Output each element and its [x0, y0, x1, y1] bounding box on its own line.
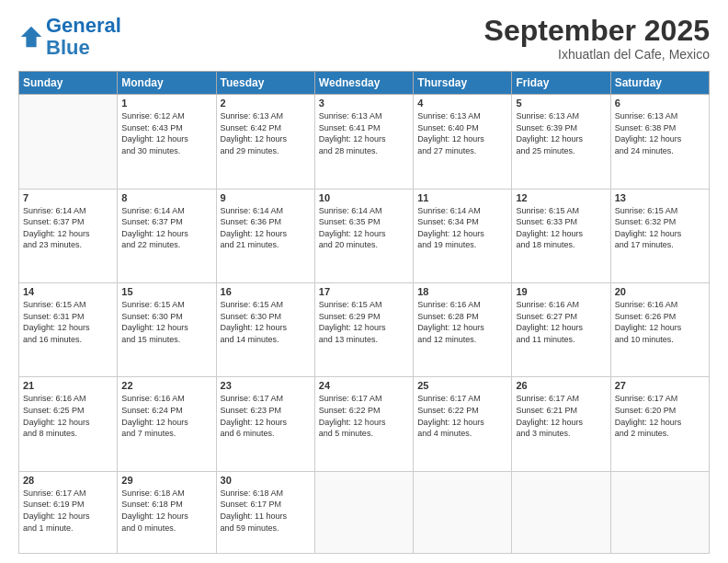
- day-info: Sunrise: 6:17 AM Sunset: 6:21 PM Dayligh…: [516, 393, 606, 439]
- logo-icon: [18, 24, 44, 50]
- day-info: Sunrise: 6:15 AM Sunset: 6:32 PM Dayligh…: [615, 205, 705, 251]
- logo-text: General Blue: [46, 15, 121, 59]
- day-number: 16: [221, 286, 311, 297]
- day-number: 11: [417, 192, 507, 203]
- weekday-header-row: Sunday Monday Tuesday Wednesday Thursday…: [19, 72, 710, 95]
- day-info: Sunrise: 6:14 AM Sunset: 6:36 PM Dayligh…: [221, 205, 311, 251]
- day-number: 5: [516, 98, 606, 109]
- day-number: 10: [319, 192, 409, 203]
- week-row-5: 28Sunrise: 6:17 AM Sunset: 6:19 PM Dayli…: [19, 471, 710, 553]
- header-saturday: Saturday: [610, 72, 709, 95]
- day-cell: 10Sunrise: 6:14 AM Sunset: 6:35 PM Dayli…: [314, 189, 413, 282]
- day-cell: 9Sunrise: 6:14 AM Sunset: 6:36 PM Daylig…: [216, 189, 314, 282]
- day-cell: 8Sunrise: 6:14 AM Sunset: 6:37 PM Daylig…: [118, 189, 216, 282]
- week-row-4: 21Sunrise: 6:16 AM Sunset: 6:25 PM Dayli…: [19, 377, 710, 471]
- day-number: 28: [23, 475, 113, 486]
- day-info: Sunrise: 6:17 AM Sunset: 6:22 PM Dayligh…: [417, 393, 507, 439]
- svg-marker-0: [21, 27, 41, 47]
- header-tuesday: Tuesday: [216, 72, 314, 95]
- day-cell: [512, 471, 610, 553]
- day-number: 29: [121, 475, 211, 486]
- day-info: Sunrise: 6:13 AM Sunset: 6:39 PM Dayligh…: [516, 110, 606, 156]
- day-number: 14: [23, 286, 113, 297]
- day-cell: 5Sunrise: 6:13 AM Sunset: 6:39 PM Daylig…: [512, 95, 610, 189]
- day-cell: 27Sunrise: 6:17 AM Sunset: 6:20 PM Dayli…: [610, 377, 709, 471]
- day-cell: 12Sunrise: 6:15 AM Sunset: 6:33 PM Dayli…: [512, 189, 610, 282]
- day-cell: 25Sunrise: 6:17 AM Sunset: 6:22 PM Dayli…: [414, 377, 512, 471]
- day-info: Sunrise: 6:17 AM Sunset: 6:23 PM Dayligh…: [221, 393, 311, 439]
- day-cell: 30Sunrise: 6:18 AM Sunset: 6:17 PM Dayli…: [216, 471, 314, 553]
- day-info: Sunrise: 6:14 AM Sunset: 6:37 PM Dayligh…: [23, 205, 113, 251]
- day-cell: 14Sunrise: 6:15 AM Sunset: 6:31 PM Dayli…: [19, 283, 118, 377]
- day-cell: 22Sunrise: 6:16 AM Sunset: 6:24 PM Dayli…: [118, 377, 216, 471]
- day-number: 4: [417, 98, 507, 109]
- header-friday: Friday: [512, 72, 610, 95]
- calendar-table: Sunday Monday Tuesday Wednesday Thursday…: [18, 71, 710, 554]
- day-number: 20: [615, 286, 705, 297]
- day-number: 19: [516, 286, 606, 297]
- day-cell: 18Sunrise: 6:16 AM Sunset: 6:28 PM Dayli…: [414, 283, 512, 377]
- day-cell: [314, 471, 413, 553]
- day-number: 9: [221, 192, 311, 203]
- day-info: Sunrise: 6:17 AM Sunset: 6:22 PM Dayligh…: [319, 393, 409, 439]
- logo-line1: General: [46, 14, 121, 37]
- day-cell: 13Sunrise: 6:15 AM Sunset: 6:32 PM Dayli…: [610, 189, 709, 282]
- day-info: Sunrise: 6:17 AM Sunset: 6:20 PM Dayligh…: [615, 393, 705, 439]
- day-cell: 29Sunrise: 6:18 AM Sunset: 6:18 PM Dayli…: [118, 471, 216, 553]
- day-info: Sunrise: 6:15 AM Sunset: 6:31 PM Dayligh…: [23, 299, 113, 345]
- day-number: 13: [615, 192, 705, 203]
- day-cell: 2Sunrise: 6:13 AM Sunset: 6:42 PM Daylig…: [216, 95, 314, 189]
- day-cell: [414, 471, 512, 553]
- day-cell: 20Sunrise: 6:16 AM Sunset: 6:26 PM Dayli…: [610, 283, 709, 377]
- day-number: 6: [615, 98, 705, 109]
- day-info: Sunrise: 6:16 AM Sunset: 6:24 PM Dayligh…: [121, 393, 211, 439]
- week-row-1: 1Sunrise: 6:12 AM Sunset: 6:43 PM Daylig…: [19, 95, 710, 189]
- day-info: Sunrise: 6:18 AM Sunset: 6:17 PM Dayligh…: [221, 488, 311, 534]
- day-info: Sunrise: 6:14 AM Sunset: 6:37 PM Dayligh…: [121, 205, 211, 251]
- day-info: Sunrise: 6:15 AM Sunset: 6:29 PM Dayligh…: [319, 299, 409, 345]
- day-info: Sunrise: 6:18 AM Sunset: 6:18 PM Dayligh…: [121, 488, 211, 534]
- day-number: 2: [221, 98, 311, 109]
- day-cell: 28Sunrise: 6:17 AM Sunset: 6:19 PM Dayli…: [19, 471, 118, 553]
- day-cell: 11Sunrise: 6:14 AM Sunset: 6:34 PM Dayli…: [414, 189, 512, 282]
- day-info: Sunrise: 6:13 AM Sunset: 6:38 PM Dayligh…: [615, 110, 705, 156]
- day-number: 22: [121, 380, 211, 391]
- day-info: Sunrise: 6:16 AM Sunset: 6:25 PM Dayligh…: [23, 393, 113, 439]
- logo-line2: Blue: [46, 36, 90, 59]
- day-number: 30: [221, 475, 311, 486]
- day-cell: 15Sunrise: 6:15 AM Sunset: 6:30 PM Dayli…: [118, 283, 216, 377]
- day-info: Sunrise: 6:15 AM Sunset: 6:30 PM Dayligh…: [221, 299, 311, 345]
- day-info: Sunrise: 6:14 AM Sunset: 6:34 PM Dayligh…: [417, 205, 507, 251]
- day-number: 7: [23, 192, 113, 203]
- day-cell: 16Sunrise: 6:15 AM Sunset: 6:30 PM Dayli…: [216, 283, 314, 377]
- day-cell: 4Sunrise: 6:13 AM Sunset: 6:40 PM Daylig…: [414, 95, 512, 189]
- day-number: 1: [121, 98, 211, 109]
- header-wednesday: Wednesday: [314, 72, 413, 95]
- page: General Blue September 2025 Ixhuatlan de…: [0, 0, 728, 563]
- day-number: 17: [319, 286, 409, 297]
- day-cell: 24Sunrise: 6:17 AM Sunset: 6:22 PM Dayli…: [314, 377, 413, 471]
- day-cell: 26Sunrise: 6:17 AM Sunset: 6:21 PM Dayli…: [512, 377, 610, 471]
- day-cell: 17Sunrise: 6:15 AM Sunset: 6:29 PM Dayli…: [314, 283, 413, 377]
- day-number: 15: [121, 286, 211, 297]
- day-number: 3: [319, 98, 409, 109]
- day-info: Sunrise: 6:12 AM Sunset: 6:43 PM Dayligh…: [121, 110, 211, 156]
- day-number: 24: [319, 380, 409, 391]
- week-row-3: 14Sunrise: 6:15 AM Sunset: 6:31 PM Dayli…: [19, 283, 710, 377]
- day-cell: 6Sunrise: 6:13 AM Sunset: 6:38 PM Daylig…: [610, 95, 709, 189]
- day-info: Sunrise: 6:13 AM Sunset: 6:42 PM Dayligh…: [221, 110, 311, 156]
- header-thursday: Thursday: [414, 72, 512, 95]
- month-title: September 2025: [484, 15, 710, 47]
- header-sunday: Sunday: [19, 72, 118, 95]
- day-cell: [19, 95, 118, 189]
- logo: General Blue: [18, 15, 121, 59]
- day-number: 21: [23, 380, 113, 391]
- day-info: Sunrise: 6:14 AM Sunset: 6:35 PM Dayligh…: [319, 205, 409, 251]
- day-info: Sunrise: 6:16 AM Sunset: 6:27 PM Dayligh…: [516, 299, 606, 345]
- day-number: 26: [516, 380, 606, 391]
- header: General Blue September 2025 Ixhuatlan de…: [18, 15, 710, 62]
- week-row-2: 7Sunrise: 6:14 AM Sunset: 6:37 PM Daylig…: [19, 189, 710, 282]
- day-number: 25: [417, 380, 507, 391]
- day-number: 12: [516, 192, 606, 203]
- day-info: Sunrise: 6:13 AM Sunset: 6:40 PM Dayligh…: [417, 110, 507, 156]
